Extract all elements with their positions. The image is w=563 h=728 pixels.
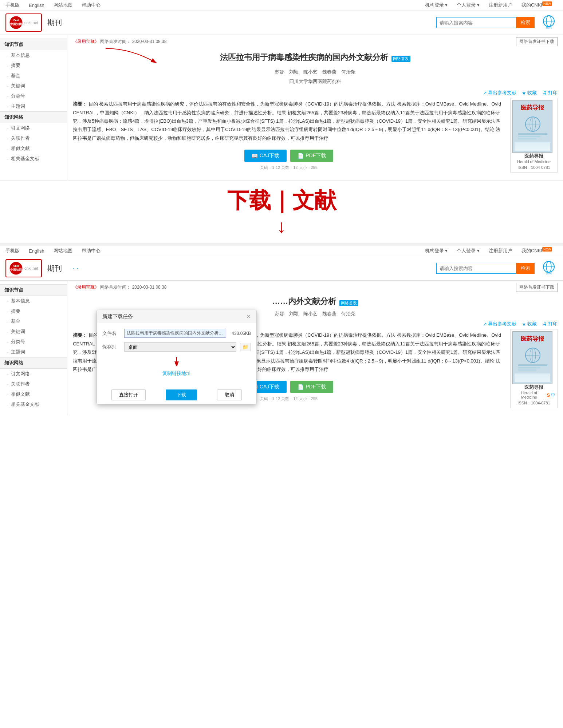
nav-help-b[interactable]: 帮助中心 — [82, 248, 101, 254]
sidebar-item-citation-network[interactable]: 引文网络 — [0, 123, 67, 133]
nav-english[interactable]: English — [29, 3, 44, 8]
svg-rect-8 — [515, 113, 550, 142]
modal-folder-button[interactable]: 📁 — [240, 343, 251, 351]
article-title-area-b: ……内外文献分析 网络首发 — [272, 294, 358, 309]
nav-sitemap[interactable]: 网站地图 — [54, 2, 72, 8]
star-icon: ★ — [522, 90, 526, 96]
logo: Cnki 中国知网 cnki.net — [9, 16, 38, 29]
sidebar-item-basic-info-b[interactable]: 基本信息 — [0, 296, 67, 306]
modal-saveto-row: 保存到 桌面 📁 — [102, 342, 251, 352]
sidebar-section-kn-bottom: 知识节点 — [0, 284, 67, 296]
sidebar-item-citation-b[interactable]: 引文网络 — [0, 369, 67, 379]
sidebar-item-related-fund[interactable]: 相关基金文献 — [0, 154, 67, 164]
print-icon: 🖨 — [542, 90, 547, 96]
nav-register-b[interactable]: 注册新用户 — [489, 248, 512, 254]
cover-art-b — [515, 344, 550, 382]
svg-rect-28 — [518, 364, 547, 366]
svg-text:中国知网: 中国知网 — [10, 23, 22, 26]
nav-mobile-b[interactable]: 手机版 — [5, 248, 20, 254]
logo-box: Cnki 中国知网 cnki.net — [5, 13, 42, 32]
zhiwang-svg: 知问 — [540, 14, 558, 31]
nav-my-cnki[interactable]: 我的CNKINEW — [521, 2, 552, 8]
abstract-section: 摘要： 目的 检索法匹拉韦用于病毒感染性疾病的研究，评价法匹拉韦的有效性和安全性… — [73, 98, 505, 144]
nav-personal-login[interactable]: 个人登录 ▾ — [457, 2, 480, 8]
nav-sitemap-b[interactable]: 网站地图 — [54, 248, 72, 254]
collect-link-b[interactable]: ★ 收藏 — [522, 321, 537, 327]
sidebar-item-classification-b[interactable]: 分类号 — [0, 337, 67, 347]
zhiwang-icon-b: 知问 — [540, 260, 558, 277]
download-cert-button[interactable]: 网络首发证书下载 — [516, 37, 558, 46]
timestamp-label: 网络首发时间： — [100, 39, 131, 44]
nav-register[interactable]: 注册新用户 — [489, 2, 512, 8]
sidebar-item-fund-b[interactable]: 基金 — [0, 316, 67, 327]
logo-sub: cnki.net — [24, 20, 38, 25]
network-badge: 网络首发 — [391, 56, 410, 62]
sidebar-item-classification[interactable]: 分类号 — [0, 91, 67, 101]
journal-name-cn: 医药导报 — [512, 153, 555, 159]
sidebar-bottom: 知识节点 基本信息 摘要 基金 关键词 分类号 主题词 知识网络 引文网络 关联… — [0, 281, 67, 415]
journal-tag: 期刊 — [47, 18, 62, 28]
modal-filesize: 433.05KB — [232, 331, 251, 336]
nav-english-b[interactable]: English — [29, 248, 44, 254]
export-ref-link[interactable]: ↗ 导出参考文献 — [483, 90, 516, 96]
sidebar-item-fund-b2[interactable]: 相关基金文献 — [0, 399, 67, 410]
print-link-b[interactable]: 🖨 打印 — [542, 321, 558, 327]
modal-open-button[interactable]: 直接打开 — [111, 389, 146, 400]
journal-cover-bottom: 医药导报 — [510, 329, 558, 408]
download-cert-button-b[interactable]: 网络首发证书下载 — [516, 283, 558, 292]
modal-arrow-svg — [171, 357, 182, 366]
export-icon: ↗ — [483, 90, 487, 96]
nav-personal-login-b[interactable]: 个人登录 ▾ — [457, 248, 480, 254]
download-buttons-top: 📖 CAJ下载 📄 PDF下载 — [73, 144, 505, 164]
sidebar-item-related-authors[interactable]: 关联作者 — [0, 133, 67, 143]
page-info-top: 页码：1-12 页数：12 大小：295 — [73, 164, 505, 170]
sidebar-item-abstract[interactable]: 摘要 — [0, 60, 67, 71]
nav-institution-login-b[interactable]: 机构登录 ▾ — [425, 248, 448, 254]
pdf-download-button-top[interactable]: 📄 PDF下载 — [290, 150, 333, 162]
big-annotation-text: 下载｜文献 — [0, 182, 563, 215]
print-link[interactable]: 🖨 打印 — [542, 90, 558, 96]
sidebar-item-similar-b[interactable]: 相似文献 — [0, 389, 67, 399]
modal-copy-link[interactable]: 复制链接地址 — [102, 368, 251, 380]
modal-download-button[interactable]: 下载 — [166, 389, 197, 400]
sidebar-item-authors-b[interactable]: 关联作者 — [0, 379, 67, 389]
search-button[interactable]: 检索 — [516, 17, 535, 28]
search-input-b[interactable] — [436, 263, 516, 274]
breadcrumb-bar-b: 《录用宝藏》 网络首发时间： 2020-03-31 08:38 网络首发证书下载 — [73, 281, 558, 294]
modal-saveto-select[interactable]: 桌面 — [124, 342, 236, 352]
journal-issn-b: ISSN：1004-0781 — [512, 400, 555, 406]
sidebar-item-keywords[interactable]: 关键词 — [0, 81, 67, 91]
search-input[interactable] — [436, 17, 516, 28]
sidebar-item-fund[interactable]: 基金 — [0, 71, 67, 81]
folder-icon: 📁 — [243, 344, 248, 350]
logo-box-b: Cnki 中国知网 cnki.net — [5, 259, 42, 277]
journal-sidebar-top: 医药导报 — [510, 98, 558, 173]
sidebar-item-abstract-b[interactable]: 摘要 — [0, 306, 67, 316]
journal-issn: ISSN：1004-0781 — [512, 165, 555, 170]
modal-cancel-button[interactable]: 取消 — [217, 389, 242, 400]
svg-text:中国知网: 中国知网 — [10, 268, 22, 272]
abstract-label: 摘要： — [73, 101, 87, 107]
sidebar-item-subject-words[interactable]: 主题词 — [0, 101, 67, 111]
breadcrumb-link-b[interactable]: 《录用宝藏》 — [73, 285, 99, 290]
search-button-b[interactable]: 检索 — [516, 263, 535, 274]
nav-help[interactable]: 帮助中心 — [82, 2, 101, 8]
modal-close-button[interactable]: ✕ — [246, 313, 251, 320]
sidebar-item-basic-info[interactable]: 基本信息 — [0, 50, 67, 60]
export-ref-link-b[interactable]: ↗ 导出参考文献 — [483, 321, 516, 327]
affiliation: 四川大学华西医院药剂科 — [73, 77, 558, 88]
abstract-text: 目的 检索法匹拉韦用于病毒感染性疾病的研究，评价法匹拉韦的有效性和安全性，为新型… — [73, 101, 501, 141]
nav-right: 机构登录 ▾ 个人登录 ▾ 注册新用户 我的CNKINEW — [425, 2, 558, 8]
nav-mobile[interactable]: 手机版 — [5, 2, 20, 8]
collect-link[interactable]: ★ 收藏 — [522, 90, 537, 96]
pdf-download-button-bottom[interactable]: 📄 PDF下载 — [290, 381, 333, 393]
sidebar-item-similar-literature[interactable]: 相似文献 — [0, 143, 67, 154]
nav-institution-login[interactable]: 机构登录 ▾ — [425, 2, 448, 8]
sidebar-item-subject-words-b[interactable]: 主题词 — [0, 347, 67, 357]
nav-my-cnki-b[interactable]: 我的CNKINEW — [521, 248, 552, 254]
sidebar-item-keywords-b[interactable]: 关键词 — [0, 327, 67, 337]
annotation-arrow: ↓ — [0, 215, 563, 243]
caj-download-button-top[interactable]: 📖 CAJ下载 — [244, 150, 287, 162]
timestamp: 2020-03-31 08:38 — [132, 39, 167, 44]
breadcrumb-link[interactable]: 《录用宝藏》 — [73, 39, 99, 44]
